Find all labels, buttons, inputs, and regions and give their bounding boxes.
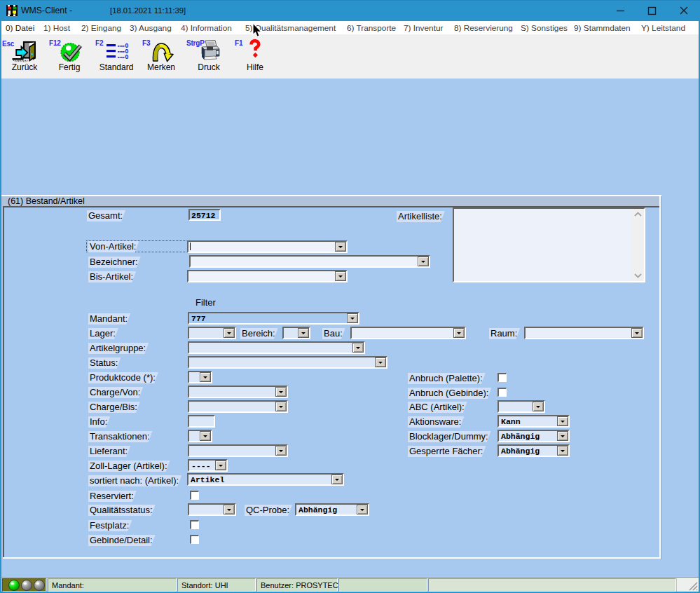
svg-text:0: 0: [125, 53, 128, 60]
